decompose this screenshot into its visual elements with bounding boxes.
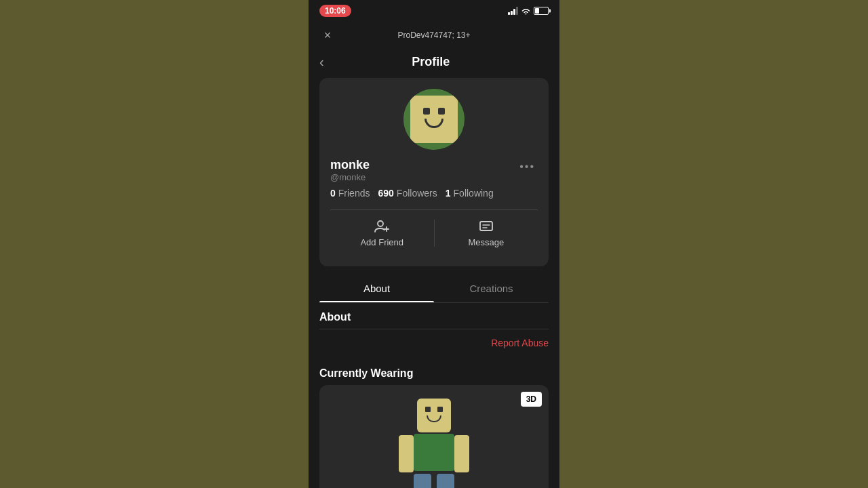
avatar-section: monke @monke ••• 0 Friends 690 Followers… — [319, 78, 549, 266]
message-label: Message — [468, 237, 504, 247]
battery-icon — [534, 7, 549, 15]
friends-label: Friends — [338, 188, 370, 199]
tab-creations[interactable]: Creations — [434, 274, 549, 302]
profile-title: Profile — [330, 55, 532, 69]
stats-row: 0 Friends 690 Followers 1 Following — [330, 188, 538, 199]
toggle-3d-button[interactable]: 3D — [521, 392, 542, 407]
eye-right — [438, 108, 445, 115]
wifi-icon — [521, 7, 531, 15]
message-button[interactable]: Message — [435, 210, 538, 256]
add-friend-label: Add Friend — [360, 237, 403, 247]
about-divider — [319, 329, 549, 329]
char-leg-right — [437, 474, 454, 489]
message-icon — [478, 218, 494, 235]
stat-friends: 0 Friends — [330, 188, 370, 199]
profile-header: ‹ Profile — [309, 49, 559, 78]
char-body — [414, 434, 454, 471]
signal-icon — [508, 7, 518, 15]
char-eye-left — [425, 407, 431, 412]
top-username: ProDev474747; 13+ — [397, 30, 470, 40]
wearing-section: Currently Wearing 3D — [309, 359, 559, 488]
back-button[interactable]: ‹ — [319, 54, 324, 70]
roblox-character — [399, 399, 469, 489]
actions-row: Add Friend Message — [330, 209, 538, 256]
followers-label: Followers — [397, 188, 437, 199]
avatar — [403, 89, 465, 150]
roblox-face — [410, 96, 458, 143]
status-bar: 10:06 — [309, 0, 559, 22]
wearing-container: 3D — [319, 385, 549, 488]
tabs-section: About Creations — [319, 274, 549, 303]
friends-count: 0 — [330, 188, 336, 199]
face-smile — [425, 119, 443, 128]
status-icons — [508, 7, 549, 15]
report-abuse-button[interactable]: Report Abuse — [319, 335, 549, 351]
stat-following: 1 Following — [446, 188, 494, 199]
top-bar: × ProDev474747; 13+ — [309, 22, 559, 49]
char-eyes — [425, 407, 443, 412]
add-friend-button[interactable]: Add Friend — [330, 210, 434, 256]
add-friend-icon — [374, 218, 390, 235]
wearing-title: Currently Wearing — [319, 367, 549, 380]
eye-left — [423, 108, 430, 115]
char-head — [417, 399, 451, 432]
svg-point-0 — [378, 221, 383, 226]
about-title: About — [319, 311, 549, 323]
phone-screen: 10:06 × ProDev474747; 13+ — [309, 0, 559, 488]
char-smile — [427, 415, 441, 422]
char-eye-right — [437, 407, 443, 412]
stat-followers: 690 Followers — [378, 188, 437, 199]
close-button[interactable]: × — [319, 27, 336, 43]
char-leg-left — [414, 474, 431, 489]
char-legs — [414, 474, 454, 489]
username: monke — [330, 158, 370, 172]
face-eyes — [423, 108, 445, 115]
about-section: About Report Abuse — [309, 303, 559, 359]
username-block: monke @monke — [330, 158, 370, 182]
tab-about[interactable]: About — [319, 274, 434, 302]
handle: @monke — [330, 172, 370, 182]
following-label: Following — [454, 188, 494, 199]
avatar-wrapper — [330, 89, 538, 150]
user-info: monke @monke ••• — [330, 158, 538, 182]
followers-count: 690 — [378, 188, 393, 199]
following-count: 1 — [446, 188, 451, 199]
more-options-button[interactable]: ••• — [517, 158, 538, 176]
svg-rect-3 — [480, 222, 492, 230]
status-time: 10:06 — [319, 5, 351, 17]
